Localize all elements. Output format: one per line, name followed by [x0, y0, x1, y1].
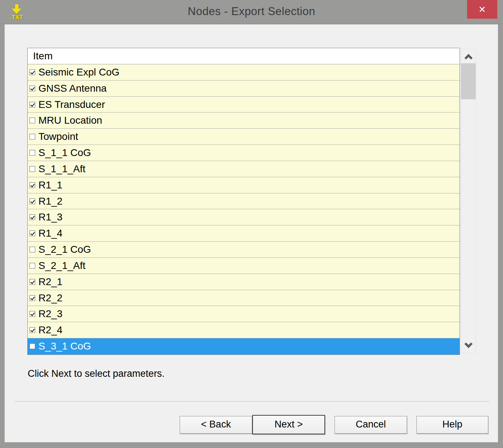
item-label: GNSS Antenna [38, 83, 107, 94]
helper-text: Click Next to select parameters. [28, 368, 165, 379]
txt-export-icon: .TXT [6, 2, 27, 22]
item-checkbox[interactable] [29, 198, 35, 204]
list-item[interactable]: R1_4 [28, 225, 460, 242]
list-item[interactable]: R2_2 [28, 290, 460, 306]
list-column-header: Item [28, 48, 460, 64]
item-label: S_2_1 CoG [38, 244, 91, 255]
item-label: Seismic Expl CoG [38, 67, 120, 78]
item-checkbox[interactable] [29, 86, 35, 91]
item-checkbox[interactable] [29, 102, 35, 108]
list-item[interactable]: R2_4 [28, 322, 460, 338]
item-checkbox[interactable] [29, 279, 35, 285]
next-button[interactable]: Next > [252, 415, 325, 434]
chevron-up-icon [464, 54, 472, 62]
item-checkbox[interactable] [29, 311, 35, 317]
list-item[interactable]: R2_1 [28, 274, 460, 290]
item-checkbox[interactable] [29, 295, 35, 301]
scroll-down-button[interactable] [461, 338, 476, 353]
item-label: R1_4 [38, 228, 63, 239]
txt-icon-label: .TXT [6, 14, 27, 21]
list-item[interactable]: S_2_1 CoG [28, 242, 460, 258]
item-label: R1_3 [38, 211, 63, 223]
item-label: ES Transducer [38, 99, 105, 110]
list-item[interactable]: S_2_1_Aft [28, 258, 460, 274]
node-list: Item Seismic Expl CoGGNSS AntennaES Tran… [27, 48, 460, 355]
item-checkbox[interactable] [29, 150, 35, 156]
back-button[interactable]: < Back [180, 416, 252, 434]
dialog-body: Item Seismic Expl CoGGNSS AntennaES Tran… [5, 24, 498, 442]
list-item[interactable]: ES Transducer [28, 97, 460, 113]
list-item[interactable]: GNSS Antenna [28, 81, 460, 97]
list-item[interactable]: R1_3 [28, 209, 460, 225]
item-label: Towpoint [38, 131, 78, 142]
item-label: R2_1 [38, 276, 63, 288]
item-label: S_1_1 CoG [38, 147, 91, 159]
item-checkbox[interactable] [29, 166, 35, 172]
close-button[interactable]: ✕ [467, 0, 497, 19]
scrollbar[interactable] [461, 49, 476, 353]
item-label: R2_4 [38, 324, 63, 336]
item-checkbox[interactable] [29, 214, 35, 220]
list-item[interactable]: S_1_1_Aft [28, 161, 460, 177]
list-item[interactable]: Seismic Expl CoG [28, 64, 460, 81]
cancel-button[interactable]: Cancel [334, 416, 407, 434]
list-item[interactable]: R2_3 [28, 306, 460, 322]
list-item[interactable]: S_1_1 CoG [28, 145, 460, 161]
item-label: R1_2 [38, 196, 63, 207]
item-label: R1_1 [38, 179, 63, 191]
item-checkbox[interactable] [29, 230, 35, 236]
item-checkbox[interactable] [29, 182, 35, 188]
item-label: S_1_1_Aft [38, 163, 86, 175]
item-label: MRU Location [38, 115, 102, 126]
list-rows: Seismic Expl CoGGNSS AntennaES Transduce… [28, 64, 460, 355]
dialog-window: Nodes - Export Selection .TXT ✕ Item Sei… [0, 0, 503, 448]
item-checkbox[interactable] [29, 327, 35, 333]
item-checkbox[interactable] [29, 247, 35, 252]
item-checkbox[interactable] [29, 343, 35, 349]
item-label: S_3_1 CoG [38, 340, 91, 352]
divider [15, 401, 489, 402]
list-item[interactable]: S_3_1 CoG [28, 338, 460, 355]
scroll-thumb[interactable] [461, 63, 476, 99]
list-item[interactable]: Towpoint [28, 129, 460, 145]
list-item[interactable]: R1_2 [28, 193, 460, 210]
scroll-up-button[interactable] [461, 49, 476, 64]
title-bar: Nodes - Export Selection .TXT ✕ [0, 0, 503, 24]
item-checkbox[interactable] [29, 118, 35, 123]
item-checkbox[interactable] [29, 134, 35, 140]
item-label: R2_3 [38, 308, 63, 320]
item-checkbox[interactable] [29, 263, 35, 269]
list-item[interactable]: MRU Location [28, 113, 460, 129]
chevron-down-icon [464, 340, 472, 348]
window-title: Nodes - Export Selection [0, 0, 503, 24]
item-label: S_2_1_Aft [38, 260, 86, 271]
list-item[interactable]: R1_1 [28, 177, 460, 193]
help-button[interactable]: Help [416, 416, 488, 434]
item-label: R2_2 [38, 292, 63, 304]
item-checkbox[interactable] [29, 69, 35, 75]
